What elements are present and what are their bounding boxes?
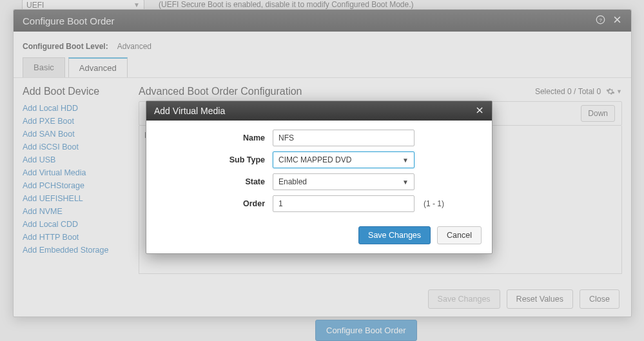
modal-title: Add Virtual Media	[154, 106, 225, 116]
subtype-value: CIMC MAPPED DVD	[278, 155, 351, 164]
add-virtual-media-modal: Add Virtual Media Name Sub Type CIMC MAP…	[146, 101, 493, 254]
state-select[interactable]: Enabled ▼	[273, 173, 415, 190]
name-input[interactable]	[273, 130, 415, 146]
name-label: Name	[157, 133, 273, 142]
state-label: State	[157, 177, 273, 186]
modal-close-icon[interactable]	[475, 106, 484, 117]
order-hint: (1 - 1)	[424, 199, 444, 208]
modal-save-button[interactable]: Save Changes	[358, 226, 431, 244]
order-input[interactable]	[273, 195, 415, 212]
state-value: Enabled	[278, 177, 307, 186]
subtype-label: Sub Type	[157, 155, 273, 164]
chevron-down-icon: ▼	[402, 179, 409, 186]
chevron-down-icon: ▼	[402, 157, 409, 164]
modal-cancel-button[interactable]: Cancel	[437, 226, 482, 244]
subtype-select[interactable]: CIMC MAPPED DVD ▼	[273, 151, 415, 168]
order-label: Order	[157, 199, 273, 208]
